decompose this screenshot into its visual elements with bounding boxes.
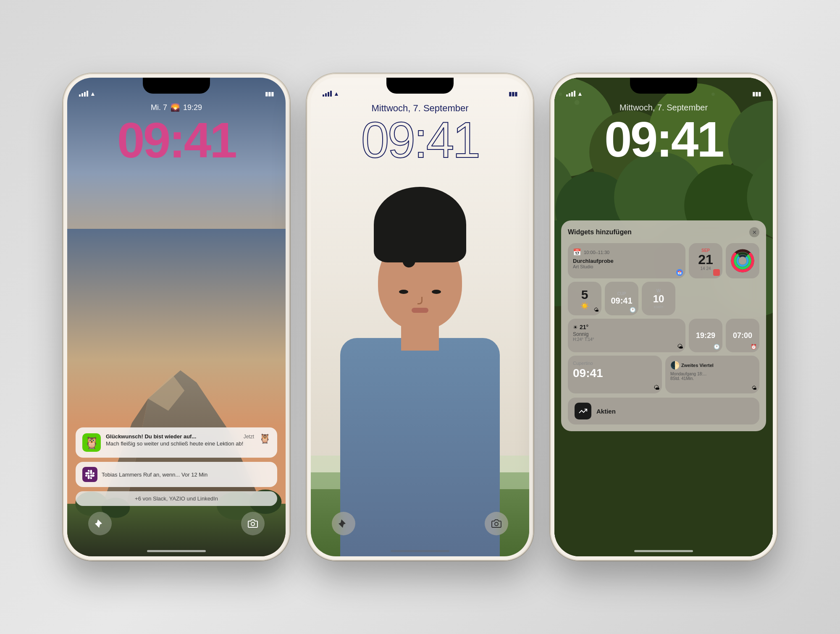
date-text-1: Mi. 7: [151, 103, 167, 112]
phone1-date: Mi. 7 🌄 19:29: [67, 103, 286, 112]
phone1-bottom-icons: [67, 512, 286, 535]
widget-row-2: 5 ☀️ 🌤 CUP 09:41 🕐 W 10 KM/H: [568, 282, 759, 315]
moon-icon: 🌓: [670, 361, 680, 370]
wifi-icon-2: ▲: [333, 90, 339, 97]
svg-point-9: [251, 522, 255, 526]
time2-display: 07:00: [733, 331, 752, 340]
time1-display: 19:29: [696, 331, 715, 340]
status-right-3: ▮▮▮: [752, 91, 761, 97]
phone-2: ▲ ▮▮▮ Mittwoch, 7. September 09:41: [307, 73, 533, 561]
phone3-time: 09:41: [554, 115, 773, 164]
big-weather-condition: Sonnig: [573, 331, 680, 337]
widget-stocks[interactable]: Aktien: [568, 398, 759, 424]
notification-slack[interactable]: Tobias Lammers Ruf an, wenn... Vor 12 Mi…: [76, 462, 277, 487]
clock-icon: 🕐: [630, 307, 636, 313]
signal-icon-3: [566, 91, 575, 97]
calendar-day: 21: [694, 253, 717, 266]
cup-time: 09:41: [611, 296, 632, 306]
phone-1-screen: ▲ ▮▮▮ Mi. 7 🌄 19:29 09:41 🦉: [67, 78, 286, 556]
slack-icon: [82, 467, 97, 482]
widget-weather-big[interactable]: ☀ 21° Sonnig H:24° T:14° 🌤: [568, 319, 685, 352]
widget-close-button[interactable]: ✕: [749, 227, 759, 237]
status-right-2: ▮▮▮: [509, 91, 517, 97]
camera-button-1[interactable]: [241, 512, 265, 535]
phone1-time: 09:41: [67, 115, 286, 165]
big-weather-hl: H:24° T:14°: [573, 337, 680, 342]
notif-title: Glückwunsch! Du bist wieder auf...: [106, 433, 196, 440]
wifi-icon-3: ▲: [577, 90, 583, 97]
phone-2-screen: ▲ ▮▮▮ Mittwoch, 7. September 09:41: [311, 78, 529, 556]
widget-row-1: 📅 10:00–11:30 Durchlaufprobe Art Studio …: [568, 243, 759, 278]
widget-cup-time[interactable]: CUP 09:41 🕐: [605, 282, 638, 315]
widget-moon[interactable]: 🌓 Zweites Viertel Mondaufgang 18:... 8St…: [665, 356, 759, 393]
sun-emoji: ☀: [573, 324, 578, 330]
widget-panel-title: Widgets hinzufügen: [568, 228, 632, 236]
wind-unit: KM/H: [654, 305, 664, 309]
camera-button-2[interactable]: [485, 512, 508, 535]
widget-cupertino[interactable]: Cupertino 09:41 🌤: [568, 356, 662, 393]
notif-content-duolingo: Glückwunsch! Du bist wieder auf... Jetzt…: [106, 433, 254, 448]
weather-icon-emoji: ☀️: [580, 302, 589, 310]
flashlight-button-2[interactable]: [332, 512, 355, 535]
signal-icon-2: [323, 91, 332, 97]
widget-time2[interactable]: 07:00 ⏰: [726, 319, 759, 352]
svg-point-10: [495, 522, 498, 526]
cupertino-time: 09:41: [573, 367, 657, 380]
phone3-date: Mittwoch, 7. September: [554, 103, 773, 113]
weather-temp-number: 5: [581, 288, 588, 302]
notch-3: [630, 78, 697, 94]
clock-icon2: 🕐: [714, 344, 720, 350]
status-right-1: ▮▮▮: [265, 91, 274, 97]
event-time: 10:00–11:30: [584, 250, 609, 255]
phone-3-screen: ▲ ▮▮▮ Mittwoch, 7. September 09:41 Widge…: [554, 78, 773, 556]
main-scene: ▲ ▮▮▮ Mi. 7 🌄 19:29 09:41 🦉: [0, 0, 840, 634]
more-text: +6 von Slack, YAZIO und LinkedIn: [135, 495, 218, 502]
wind-value: 10: [653, 293, 664, 305]
stocks-label: Aktien: [596, 408, 616, 415]
calendar-icon-badge: [713, 269, 720, 276]
cupertino-badge: 🌤: [654, 384, 659, 391]
widget-panel: Widgets hinzufügen ✕ 📅 10:00–11:30 Durch…: [561, 220, 766, 431]
battery-icon-1: ▮▮▮: [265, 91, 274, 97]
weather-badge: 🌤: [677, 343, 683, 350]
wifi-icon-1: ▲: [90, 90, 96, 97]
widget-panel-header: Widgets hinzufügen ✕: [568, 227, 759, 237]
notch-2: [386, 78, 454, 94]
battery-icon-2: ▮▮▮: [509, 91, 517, 97]
status-left-1: ▲: [79, 90, 96, 97]
notch-1: [143, 78, 210, 94]
calendar-icon: 📅: [573, 248, 581, 256]
cup-label: CUP: [617, 291, 626, 296]
slack-text: Tobias Lammers Ruf an, wenn... Vor 12 Mi…: [102, 472, 207, 478]
cloud-icon: 🌤: [594, 307, 599, 313]
moon-duration: 8Std. 41Min.: [670, 376, 754, 381]
widget-calendar-event[interactable]: 📅 10:00–11:30 Durchlaufprobe Art Studio …: [568, 243, 685, 278]
notification-more[interactable]: +6 von Slack, YAZIO und LinkedIn: [76, 491, 277, 506]
calendar-badge: 📅: [676, 269, 683, 276]
event-subtitle: Art Studio: [573, 264, 680, 269]
notification-duolingo[interactable]: 🦉 Glückwunsch! Du bist wieder auf... Jet…: [76, 427, 277, 458]
widget-weather-temp[interactable]: 5 ☀️ 🌤: [568, 282, 601, 315]
status-left-2: ▲: [323, 90, 339, 97]
status-left-3: ▲: [566, 90, 583, 97]
close-icon: ✕: [752, 229, 757, 236]
phone-3: ▲ ▮▮▮ Mittwoch, 7. September 09:41 Widge…: [550, 73, 777, 561]
event-title: Durchlaufprobe: [573, 258, 680, 264]
stocks-icon: [575, 403, 591, 419]
phone2-bottom-icons: [311, 512, 529, 535]
moon-badge: 🌤: [752, 385, 757, 391]
widget-wind[interactable]: W 10 KM/H: [642, 282, 675, 315]
moon-rise: Mondaufgang 18:...: [670, 372, 754, 376]
moon-phase: Zweites Viertel: [681, 363, 714, 368]
duolingo-icon: 🦉: [82, 433, 101, 452]
signal-icon-1: [79, 91, 88, 97]
widget-calendar-number[interactable]: SEP 21 14 24: [689, 243, 722, 278]
home-indicator-1: [147, 550, 206, 552]
widget-activity-rings[interactable]: [726, 243, 759, 278]
sun-icon-1: 🌄: [171, 103, 180, 112]
widget-time1[interactable]: 19:29 🕐: [689, 319, 722, 352]
svg-point-44: [738, 256, 748, 266]
flashlight-button-1[interactable]: [88, 512, 112, 535]
notif-time: Jetzt: [244, 434, 254, 440]
home-indicator-3: [634, 550, 693, 552]
